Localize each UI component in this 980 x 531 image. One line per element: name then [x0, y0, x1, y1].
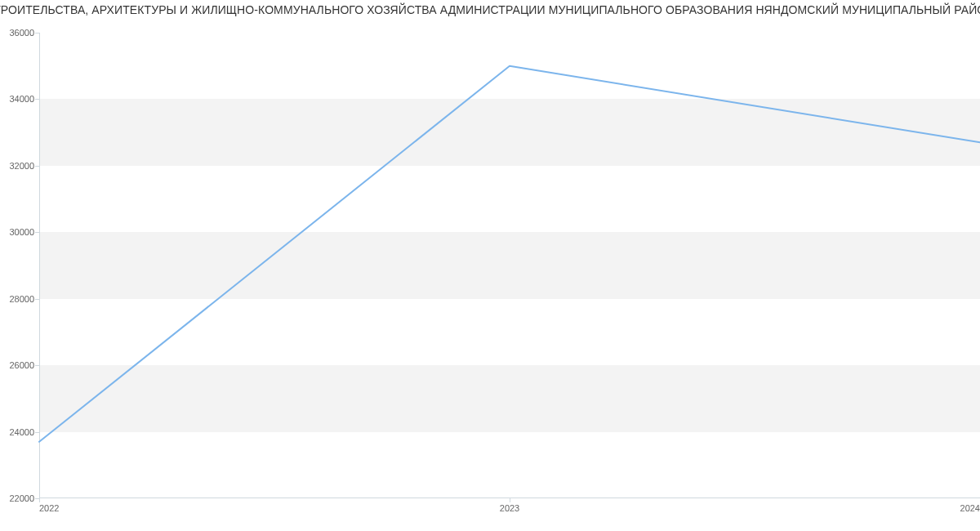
x-tick-label: 2024 [960, 503, 980, 513]
y-tick-label: 30000 [9, 227, 34, 237]
line-chart: СТРОИТЕЛЬСТВА, АРХИТЕКТУРЫ И ЖИЛИЩНО-КОМ… [0, 0, 980, 531]
x-tick [39, 498, 40, 502]
y-tick-label: 34000 [9, 94, 34, 104]
y-tick-label: 36000 [9, 28, 34, 38]
x-tick-label: 2023 [500, 503, 519, 513]
data-series [39, 33, 980, 498]
y-tick-label: 28000 [9, 294, 34, 304]
x-tick [510, 498, 510, 502]
y-tick-label: 22000 [9, 493, 34, 503]
y-tick-label: 24000 [9, 427, 34, 437]
chart-title: СТРОИТЕЛЬСТВА, АРХИТЕКТУРЫ И ЖИЛИЩНО-КОМ… [0, 3, 980, 16]
y-tick-label: 26000 [9, 360, 34, 370]
x-tick-label: 2022 [39, 503, 59, 513]
plot-area [39, 33, 980, 498]
y-tick-label: 32000 [9, 161, 34, 171]
